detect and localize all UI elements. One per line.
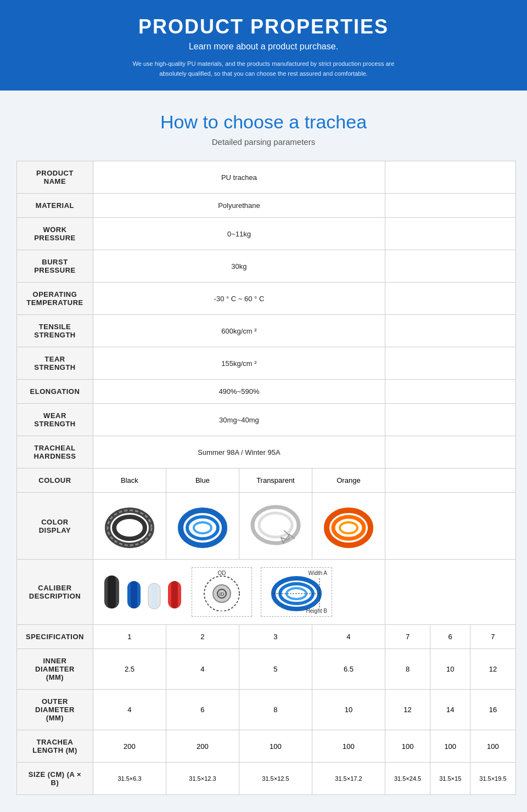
tl-val-6: 100 (430, 730, 470, 763)
section-main-title: How to choose a trachea (11, 111, 516, 133)
tl-val-4: 100 (312, 730, 385, 763)
spec-val-7: 7 (470, 625, 515, 649)
cross-section-svg: ID (200, 573, 244, 611)
caliber-black-tube (102, 573, 121, 611)
svg-point-9 (333, 517, 364, 539)
prop-value-6: 155kg/cm ² (93, 347, 385, 380)
blue-tube-svg (175, 500, 230, 550)
prop-label-2: WORK PRESSURE (17, 218, 93, 250)
table-wrapper: PRODUCT NAME PU trachea MATERIAL Polyure… (0, 155, 527, 811)
prop-value-0: PU trachea (93, 161, 385, 194)
orange-tube-svg (321, 500, 376, 550)
spec-val-6: 6 (430, 625, 470, 649)
size-row: SIZE (CM) (A × B) 31.5×6.3 31.5×12.3 31.… (17, 763, 516, 795)
inner-diameter-row: INNER DIAMETER (MM) 2.5 4 5 6.5 8 10 12 (17, 649, 516, 690)
prop-row-9: TRACHEAL HARDNESS Summer 98A / Winter 95… (17, 436, 516, 469)
svg-rect-16 (151, 583, 158, 609)
prop-label-1: MATERIAL (17, 194, 93, 218)
prop-label-0: PRODUCT NAME (17, 161, 93, 194)
height-label: Height B (306, 608, 327, 614)
prop-value-2: 0~11kg (93, 218, 385, 250)
size-val-1: 31.5×6.3 (93, 763, 166, 795)
size-val-6: 31.5×15 (430, 763, 470, 795)
svg-point-2 (114, 517, 145, 539)
properties-table: PRODUCT NAME PU trachea MATERIAL Polyure… (16, 161, 516, 795)
od-val-6: 14 (430, 690, 470, 730)
id-val-3: 5 (239, 649, 312, 690)
svg-rect-18 (171, 581, 178, 608)
width-label: Width A (308, 570, 327, 576)
section-sub-title: Detailed parsing parameters (11, 137, 516, 146)
color-display-row: COLOR DISPLAY (17, 493, 516, 560)
section-title-area: How to choose a trachea Detailed parsing… (0, 91, 527, 155)
size-label: SIZE (CM) (A × B) (17, 763, 93, 795)
prop-value-1: Polyurethane (93, 194, 385, 218)
od-val-4: 10 (312, 690, 385, 730)
prop-label-7: ELONGATION (17, 380, 93, 404)
transparent-tube-svg (248, 500, 303, 550)
svg-text:ID: ID (219, 591, 225, 597)
prop-row-1: MATERIAL Polyurethane (17, 194, 516, 218)
prop-label-6: TEAR STRENGTH (17, 347, 93, 380)
spec-val-3: 3 (239, 625, 312, 649)
outer-diameter-row: OUTER DIAMETER (MM) 4 6 8 10 12 14 16 (17, 690, 516, 730)
spec-val-5: 7 (385, 625, 430, 649)
tl-val-1: 200 (93, 730, 166, 763)
od-label: OD (217, 570, 226, 576)
caliber-blue-tube (126, 578, 142, 611)
prop-row-8: WEAR STRENGTH 30mg~40mg (17, 404, 516, 436)
prop-label-9: TRACHEAL HARDNESS (17, 436, 93, 469)
id-val-7: 12 (470, 649, 515, 690)
prop-label-3: BURST PRESSURE (17, 250, 93, 283)
svg-rect-14 (131, 581, 137, 608)
tl-val-2: 200 (166, 730, 239, 763)
prop-row-7: ELONGATION 490%~590% (17, 380, 516, 404)
prop-value-4: -30 ° C ~ 60 ° C (93, 283, 385, 315)
svg-point-4 (187, 517, 218, 539)
size-val-5: 31.5×24.5 (385, 763, 430, 795)
svg-point-5 (194, 522, 211, 533)
colour-transparent: Transparent (239, 469, 312, 493)
color-swatch-transparent (239, 493, 312, 560)
od-val-3: 8 (239, 690, 312, 730)
prop-row-0: PRODUCT NAME PU trachea (17, 161, 516, 194)
caliber-label: CALIBER DESCRIPTION (17, 560, 93, 625)
colour-black: Black (93, 469, 166, 493)
black-tube-svg (102, 500, 157, 550)
prop-value-9: Summer 98A / Winter 95A (93, 436, 385, 469)
trachea-length-label: TRACHEA LENGTH (M) (17, 730, 93, 763)
color-swatch-black (93, 493, 166, 560)
prop-value-8: 30mg~40mg (93, 404, 385, 436)
id-val-4: 6.5 (312, 649, 385, 690)
color-swatch-blue (166, 493, 239, 560)
spec-val-2: 2 (166, 625, 239, 649)
caliber-row: CALIBER DESCRIPTION (17, 560, 516, 625)
header-section: PRODUCT PROPERTIES Learn more about a pr… (0, 0, 527, 91)
specification-label: SPECIFICATION (17, 625, 93, 649)
outer-diameter-label: OUTER DIAMETER (MM) (17, 690, 93, 730)
header-subtitle: Learn more about a product purchase. (11, 42, 516, 52)
id-val-5: 8 (385, 649, 430, 690)
size-val-7: 31.5×19.5 (470, 763, 515, 795)
prop-row-6: TEAR STRENGTH 155kg/cm ² (17, 347, 516, 380)
tl-val-5: 100 (385, 730, 430, 763)
size-val-4: 31.5×17.2 (312, 763, 385, 795)
svg-point-10 (340, 522, 357, 533)
id-val-1: 2.5 (93, 649, 166, 690)
prop-row-2: WORK PRESSURE 0~11kg (17, 218, 516, 250)
od-val-1: 4 (93, 690, 166, 730)
svg-rect-12 (108, 576, 116, 608)
id-val-2: 4 (166, 649, 239, 690)
prop-value-7: 490%~590% (93, 380, 385, 404)
od-val-5: 12 (385, 690, 430, 730)
prop-label-5: TENSILE STRENGTH (17, 315, 93, 347)
prop-value-5: 600kg/cm ² (93, 315, 385, 347)
inner-diameter-label: INNER DIAMETER (MM) (17, 649, 93, 690)
spec-val-1: 1 (93, 625, 166, 649)
tl-val-3: 100 (239, 730, 312, 763)
id-val-6: 10 (430, 649, 470, 690)
coil-diagram-svg (266, 572, 327, 613)
specification-row: SPECIFICATION 1 2 3 4 7 6 7 (17, 625, 516, 649)
prop-row-5: TENSILE STRENGTH 600kg/cm ² (17, 315, 516, 347)
prop-label-4: OPERATING TEMPERATURE (17, 283, 93, 315)
